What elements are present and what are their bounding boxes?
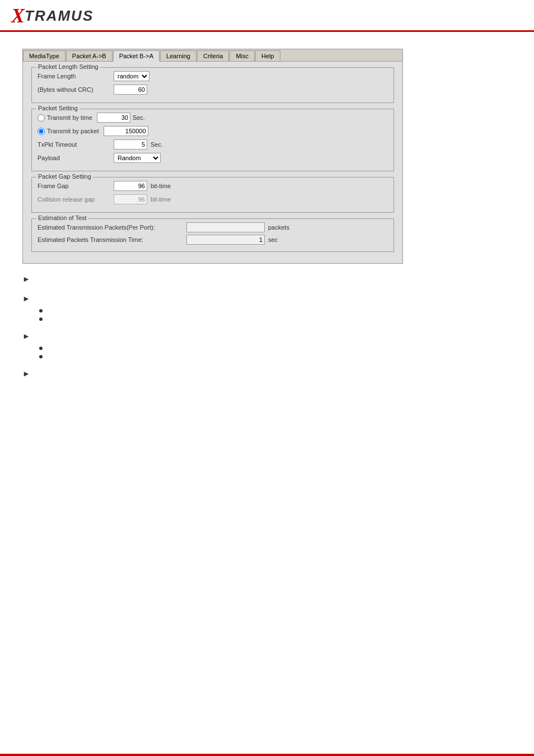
tab-packet-a-b[interactable]: Packet A->B [66,50,113,61]
frame-length-select[interactable]: random 64 128 256 512 1024 1280 1518 [114,71,149,81]
arrow-symbol-4: ► [22,369,30,378]
tab-bar: MediaType Packet A->B Packet B->A Learni… [23,49,402,62]
estimation-time-row: Estimated Packets Transmission Time: sec [38,235,388,245]
bullet-dot-3-2 [39,355,43,358]
bytes-without-crc-input[interactable] [114,85,147,95]
bullet-dot-2-2 [39,318,43,321]
estimation-packets-unit: packets [268,224,289,231]
tab-mediatype[interactable]: MediaType [23,50,65,61]
tab-criteria[interactable]: Criteria [197,50,229,61]
arrow-symbol-3: ► [22,332,30,340]
frame-gap-row: Frame Gap bit-time [38,181,388,191]
arrow-section-1: ► [22,274,512,283]
txpkt-timeout-label: TxPkt Timeout [38,141,110,148]
arrow-section-2: ► [22,293,512,321]
arrow-bullet-2: ► [22,293,512,303]
frame-length-dropdown-wrapper[interactable]: random 64 128 256 512 1024 1280 1518 [114,71,149,81]
estimation-packets-row: Estimated Transmission Packets(Per Port)… [38,222,388,232]
frame-gap-unit: bit-time [151,183,171,189]
estimation-packets-label: Estimated Transmission Packets(Per Port)… [38,224,183,231]
bullet-item-3-2 [39,352,512,358]
frame-gap-label: Frame Gap [38,183,110,189]
bytes-without-crc-label: (Bytes without CRC) [38,86,110,93]
frame-gap-input[interactable] [114,181,147,191]
txpkt-timeout-row: TxPkt Timeout Sec. [38,139,388,150]
arrow-section-4: ► [22,368,512,378]
frame-length-label: Frame Length [38,73,110,80]
packet-setting-group: Packet Setting Transmit by time Sec. Tra… [31,109,394,171]
estimation-time-input[interactable] [186,235,265,245]
estimation-time-label: Estimated Packets Transmission Time: [38,236,183,243]
transmit-by-packet-row: Transmit by packet [38,126,388,136]
main-content: Prelim MediaType Packet A->B Packet B->A… [0,32,534,399]
packet-gap-setting-group: Packet Gap Setting Frame Gap bit-time Co… [31,177,394,213]
collision-release-gap-row: Collision release gap bit-time [38,194,388,204]
bullet-dot-3-1 [39,347,43,350]
panel-content: Packet Length Setting Frame Length rando… [23,62,402,263]
bullet-dot-2-1 [39,309,43,312]
arrow-section-3: ► [22,331,512,358]
payload-select[interactable]: Random All 0 All 1 Incremental [114,153,161,163]
transmit-by-time-input[interactable] [97,113,130,123]
tab-misc[interactable]: Misc [229,50,255,61]
estimation-group-label: Estimation of Test [36,214,88,221]
transmit-by-packet-input[interactable] [104,126,148,136]
transmit-by-time-label: Transmit by time [47,114,92,121]
transmit-by-time-unit: Sec. [133,114,145,121]
logo-tramus: TRAMUS [25,7,93,25]
bullet-item-2-2 [39,315,512,321]
footer-line [0,754,534,756]
packet-length-group-label: Packet Length Setting [36,63,100,70]
packet-length-setting-group: Packet Length Setting Frame Length rando… [31,67,394,103]
collision-release-gap-unit: bit-time [151,196,171,203]
packet-setting-group-label: Packet Setting [36,105,79,111]
header: X TRAMUS [0,0,534,32]
arrow-symbol-1: ► [22,274,30,283]
transmit-by-packet-label: Transmit by packet [47,128,99,134]
payload-label: Payload [38,155,110,161]
bullet-item-2-1 [39,306,512,312]
arrow-symbol-2: ► [22,294,30,303]
bullet-list-2 [39,306,512,321]
collision-release-gap-label: Collision release gap [38,196,110,203]
bytes-without-crc-row: (Bytes without CRC) [38,85,388,95]
payload-dropdown-wrapper[interactable]: Random All 0 All 1 Incremental [114,153,161,163]
estimation-packets-input[interactable] [186,222,265,232]
transmit-by-time-radio[interactable] [38,114,45,122]
transmit-by-time-row: Transmit by time Sec. [38,113,388,123]
txpkt-timeout-unit: Sec. [151,141,163,148]
bullet-item-3-1 [39,344,512,350]
tab-packet-b-a[interactable]: Packet B->A [113,50,160,62]
tab-learning[interactable]: Learning [160,50,196,61]
frame-length-row: Frame Length random 64 128 256 512 1024 … [38,71,388,81]
packet-gap-group-label: Packet Gap Setting [36,173,93,180]
transmit-by-packet-radio[interactable] [38,128,45,135]
bullet-list-3 [39,344,512,358]
tab-help[interactable]: Help [255,50,280,61]
payload-row: Payload Random All 0 All 1 Incremental [38,153,388,163]
txpkt-timeout-input[interactable] [114,139,147,150]
estimation-time-unit: sec [268,236,278,243]
arrow-bullet-3: ► [22,331,512,340]
logo-x: X [11,6,25,26]
estimation-of-test-group: Estimation of Test Estimated Transmissio… [31,218,394,252]
dialog-panel: MediaType Packet A->B Packet B->A Learni… [22,49,403,264]
collision-release-gap-input[interactable] [114,194,147,204]
arrow-bullet-4: ► [22,368,512,378]
arrow-bullet-1: ► [22,274,512,283]
